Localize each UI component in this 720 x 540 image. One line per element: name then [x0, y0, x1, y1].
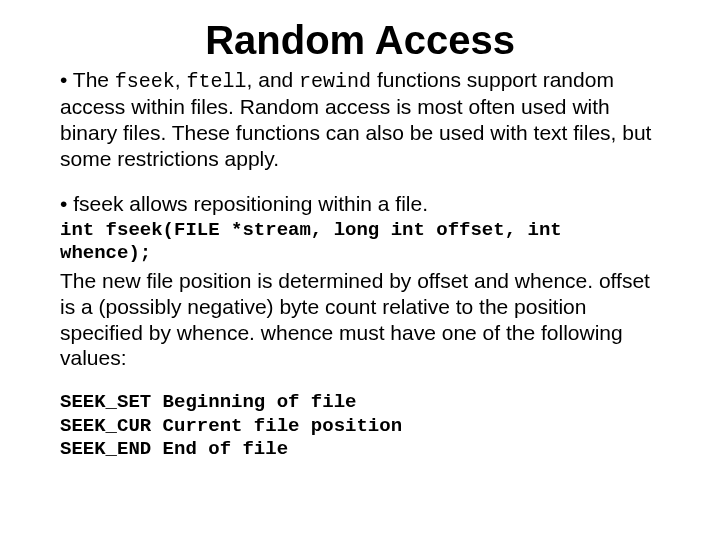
- paragraph-intro: • The fseek, ftell, and rewind functions…: [60, 67, 660, 171]
- code-fseek: fseek: [115, 70, 175, 93]
- text-fragment: • The: [60, 68, 115, 91]
- text-fragment: , and: [247, 68, 300, 91]
- code-rewind: rewind: [299, 70, 371, 93]
- paragraph-explanation: The new file position is determined by o…: [60, 268, 660, 370]
- text-fragment: ,: [175, 68, 187, 91]
- code-ftell: ftell: [187, 70, 247, 93]
- seek-constants-table: SEEK_SET Beginning of file SEEK_CUR Curr…: [60, 391, 660, 462]
- slide-title: Random Access: [60, 18, 660, 63]
- function-signature: int fseek(FILE *stream, long int offset,…: [60, 219, 660, 265]
- paragraph-fseek: • fseek allows repositioning within a fi…: [60, 191, 660, 217]
